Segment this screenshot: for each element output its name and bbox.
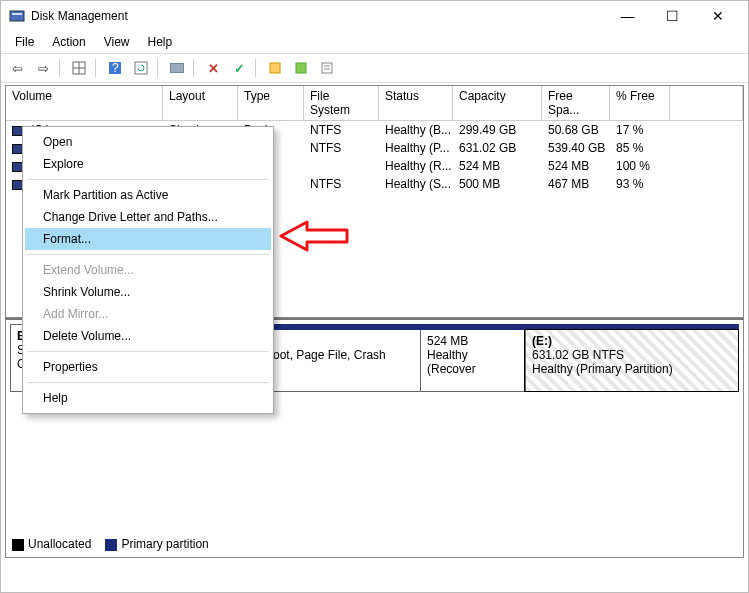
- menubar: File Action View Help: [1, 31, 748, 53]
- toolbar-separator: [59, 59, 63, 77]
- toolbar: ⇦ ⇨ ? ✕ ✓: [1, 53, 748, 83]
- grid-icon[interactable]: [67, 56, 91, 80]
- cell-capacity: 500 MB: [453, 175, 542, 193]
- col-volume[interactable]: Volume: [6, 86, 163, 121]
- toolbar-separator: [193, 59, 197, 77]
- cell-pct: 93 %: [610, 175, 670, 193]
- partition[interactable]: 524 MB Healthy (Recover: [420, 330, 525, 391]
- volume-list-header: Volume Layout Type File System Status Ca…: [6, 86, 743, 121]
- cell-status: Healthy (S...: [379, 175, 453, 193]
- check-icon[interactable]: ✓: [227, 56, 251, 80]
- cell-free: 467 MB: [542, 175, 610, 193]
- svg-text:?: ?: [112, 61, 119, 75]
- menu-file[interactable]: File: [7, 33, 42, 51]
- annotation-arrow-icon: [279, 220, 349, 255]
- col-free[interactable]: Free Spa...: [542, 86, 610, 121]
- menu-action[interactable]: Action: [44, 33, 93, 51]
- partition-size: 631.02 GB NTFS: [532, 348, 732, 362]
- context-separator: [27, 382, 269, 383]
- svg-rect-8: [170, 63, 184, 73]
- device-icon[interactable]: [165, 56, 189, 80]
- col-pct[interactable]: % Free: [610, 86, 670, 121]
- legend-unallocated: Unallocated: [28, 537, 91, 551]
- menu-view[interactable]: View: [96, 33, 138, 51]
- cell-capacity: 631.02 GB: [453, 139, 542, 157]
- cell-status: Healthy (P...: [379, 139, 453, 157]
- maximize-button[interactable]: ☐: [650, 2, 695, 30]
- context-explore[interactable]: Explore: [25, 153, 271, 175]
- context-change-letter[interactable]: Change Drive Letter and Paths...: [25, 206, 271, 228]
- cell-free: 50.68 GB: [542, 121, 610, 139]
- cell-status: Healthy (R...: [379, 157, 453, 175]
- back-icon[interactable]: ⇦: [5, 56, 29, 80]
- col-layout[interactable]: Layout: [163, 86, 238, 121]
- cell-capacity: 524 MB: [453, 157, 542, 175]
- toolbar-separator: [255, 59, 259, 77]
- svg-rect-1: [12, 13, 22, 15]
- refresh-icon[interactable]: [129, 56, 153, 80]
- svg-rect-7: [135, 62, 147, 74]
- context-menu: Open Explore Mark Partition as Active Ch…: [22, 126, 274, 414]
- context-separator: [27, 179, 269, 180]
- partition-line: Healthy (Recover: [427, 348, 519, 376]
- partition-size: 524 MB: [427, 334, 519, 348]
- col-type[interactable]: Type: [238, 86, 304, 121]
- toolbar-separator: [95, 59, 99, 77]
- svg-rect-9: [270, 63, 280, 73]
- legend-swatch-primary: [105, 539, 117, 551]
- svg-rect-10: [296, 63, 306, 73]
- toolbar-separator: [157, 59, 161, 77]
- cell-free: 539.40 GB: [542, 139, 610, 157]
- context-help[interactable]: Help: [25, 387, 271, 409]
- new-icon[interactable]: [263, 56, 287, 80]
- help-icon[interactable]: ?: [103, 56, 127, 80]
- close-button[interactable]: ✕: [695, 2, 740, 30]
- context-format[interactable]: Format...: [25, 228, 271, 250]
- props-icon[interactable]: [315, 56, 339, 80]
- context-open[interactable]: Open: [25, 131, 271, 153]
- menu-help[interactable]: Help: [140, 33, 181, 51]
- add-icon[interactable]: [289, 56, 313, 80]
- context-mark-active[interactable]: Mark Partition as Active: [25, 184, 271, 206]
- legend-primary: Primary partition: [121, 537, 208, 551]
- forward-icon[interactable]: ⇨: [31, 56, 55, 80]
- window-title: Disk Management: [31, 9, 605, 23]
- legend-swatch-unallocated: [12, 539, 24, 551]
- cell-pct: 85 %: [610, 139, 670, 157]
- partition-label: (E:): [532, 334, 732, 348]
- cell-free: 524 MB: [542, 157, 610, 175]
- context-separator: [27, 351, 269, 352]
- cell-fs: NTFS: [304, 175, 379, 193]
- legend: Unallocated Primary partition: [12, 537, 209, 551]
- cell-pct: 100 %: [610, 157, 670, 175]
- partition-selected[interactable]: (E:) 631.02 GB NTFS Healthy (Primary Par…: [525, 330, 738, 391]
- cell-status: Healthy (B...: [379, 121, 453, 139]
- col-pad: [670, 86, 743, 121]
- cell-fs: [304, 157, 379, 175]
- context-extend[interactable]: Extend Volume...: [25, 259, 271, 281]
- context-separator: [27, 254, 269, 255]
- svg-rect-0: [10, 11, 24, 21]
- app-icon: [9, 8, 25, 24]
- cell-capacity: 299.49 GB: [453, 121, 542, 139]
- cell-fs: NTFS: [304, 121, 379, 139]
- context-delete[interactable]: Delete Volume...: [25, 325, 271, 347]
- context-properties[interactable]: Properties: [25, 356, 271, 378]
- minimize-button[interactable]: —: [605, 2, 650, 30]
- partition-line: Healthy (Primary Partition): [532, 362, 732, 376]
- col-status[interactable]: Status: [379, 86, 453, 121]
- titlebar: Disk Management — ☐ ✕: [1, 1, 748, 31]
- col-filesystem[interactable]: File System: [304, 86, 379, 121]
- delete-icon[interactable]: ✕: [201, 56, 225, 80]
- context-add-mirror[interactable]: Add Mirror...: [25, 303, 271, 325]
- context-shrink[interactable]: Shrink Volume...: [25, 281, 271, 303]
- col-capacity[interactable]: Capacity: [453, 86, 542, 121]
- cell-fs: NTFS: [304, 139, 379, 157]
- svg-rect-11: [322, 63, 332, 73]
- cell-pct: 17 %: [610, 121, 670, 139]
